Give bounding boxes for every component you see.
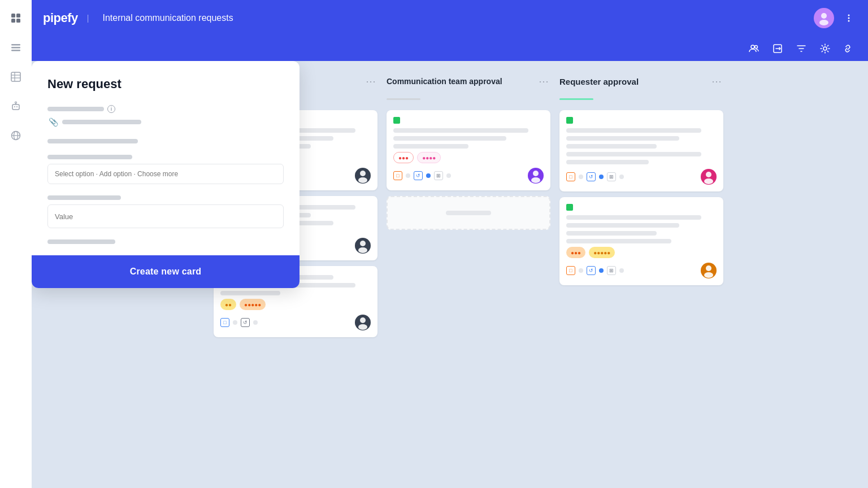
svg-point-35 xyxy=(358,324,367,330)
svg-point-31 xyxy=(358,177,367,183)
column-title-requester: Requester approval xyxy=(559,77,705,86)
column-more-comm[interactable]: ⋯ xyxy=(537,75,550,88)
svg-rect-3 xyxy=(16,19,20,23)
card-4-footer: □ ↺ xyxy=(220,315,371,330)
create-card-button[interactable]: Create new card xyxy=(32,255,300,288)
svg-rect-6 xyxy=(11,50,20,51)
new-request-form: New request i 📎 xyxy=(32,61,300,288)
svg-point-24 xyxy=(751,45,754,49)
card-8[interactable]: ●●● ●●●●● □ ↺ ⊞ xyxy=(559,197,723,285)
card-8-avatar xyxy=(701,263,717,278)
sidebar-icon-table[interactable] xyxy=(7,68,25,86)
card-5-footer: □ ↺ ⊞ xyxy=(393,168,544,184)
svg-point-21 xyxy=(848,15,850,16)
card-3-avatar xyxy=(355,238,371,254)
sidebar-icon-grid[interactable] xyxy=(7,9,25,27)
svg-point-30 xyxy=(360,171,366,176)
svg-rect-2 xyxy=(11,19,15,23)
attach-icon: 📎 xyxy=(47,116,59,128)
user-avatar[interactable] xyxy=(814,8,834,28)
export-icon[interactable] xyxy=(770,41,785,56)
svg-point-37 xyxy=(531,177,540,183)
form-field-4 xyxy=(47,195,284,228)
main-area: pipefy | Internal communication requests xyxy=(32,0,868,488)
column-requester-approval: Requester approval ⋯ □ ↺ xyxy=(559,72,723,477)
form-text-input[interactable] xyxy=(47,204,284,228)
svg-rect-13 xyxy=(16,106,18,107)
svg-rect-1 xyxy=(16,14,20,18)
column-indicator-comm xyxy=(387,98,420,100)
form-body: New request i 📎 xyxy=(32,61,300,255)
sidebar-icon-robot[interactable] xyxy=(7,97,25,115)
svg-rect-5 xyxy=(11,47,20,49)
column-more-ux[interactable]: ⋯ xyxy=(364,75,377,88)
column-header-comm: Communication team approval ⋯ xyxy=(387,72,550,93)
form-field-3 xyxy=(47,155,284,184)
svg-point-27 xyxy=(823,47,827,50)
svg-rect-0 xyxy=(11,14,15,18)
svg-rect-4 xyxy=(11,44,20,46)
svg-point-20 xyxy=(819,20,828,25)
svg-point-36 xyxy=(533,171,539,176)
svg-rect-7 xyxy=(11,72,20,81)
logo-text: pipefy xyxy=(43,11,78,25)
sidebar xyxy=(0,0,32,488)
column-more-requester[interactable]: ⋯ xyxy=(710,75,723,88)
svg-point-32 xyxy=(360,241,366,246)
settings-icon[interactable] xyxy=(817,41,833,56)
card-2-avatar xyxy=(355,168,371,184)
svg-point-39 xyxy=(704,178,713,184)
card-4-avatar xyxy=(355,315,371,330)
svg-rect-11 xyxy=(12,104,19,110)
form-field-1: i 📎 xyxy=(47,105,284,128)
form-title: New request xyxy=(47,77,284,91)
card-7-footer: □ ↺ ⊞ xyxy=(566,169,717,185)
card-5[interactable]: ●●● ●●●● □ ↺ ⊞ xyxy=(387,110,550,190)
empty-card-comm xyxy=(387,196,550,230)
svg-point-34 xyxy=(360,317,366,323)
svg-rect-12 xyxy=(14,106,15,107)
header-actions xyxy=(814,8,857,28)
column-header-requester: Requester approval ⋯ xyxy=(559,72,723,93)
card-7[interactable]: □ ↺ ⊞ xyxy=(559,110,723,191)
column-indicator-requester xyxy=(559,98,593,100)
link-icon[interactable] xyxy=(841,41,857,56)
svg-point-19 xyxy=(821,13,827,19)
svg-point-33 xyxy=(358,247,367,253)
header: pipefy | Internal communication requests xyxy=(32,0,868,36)
card-8-footer: □ ↺ ⊞ xyxy=(566,263,717,278)
header-more-icon[interactable] xyxy=(841,10,857,26)
svg-point-23 xyxy=(848,20,850,22)
sub-toolbar xyxy=(32,36,868,61)
svg-point-40 xyxy=(706,265,711,271)
logo: pipefy xyxy=(43,11,78,25)
svg-point-15 xyxy=(15,102,17,103)
form-more-fields xyxy=(47,239,115,244)
sidebar-icon-list[interactable] xyxy=(7,38,25,56)
sidebar-icon-globe[interactable] xyxy=(7,127,25,145)
page-title: Internal communication requests xyxy=(102,13,233,23)
svg-point-38 xyxy=(706,172,711,177)
people-icon[interactable] xyxy=(746,41,762,56)
svg-point-22 xyxy=(848,18,850,19)
svg-point-25 xyxy=(755,46,758,49)
card-7-avatar xyxy=(701,169,717,185)
form-select-input[interactable] xyxy=(47,164,284,184)
column-comm-approval: Communication team approval ⋯ ●●● ●●●● xyxy=(387,72,550,477)
filter-icon[interactable] xyxy=(793,41,809,56)
card-5-avatar xyxy=(528,168,544,184)
kanban-board: New requests + ⋯ xyxy=(32,61,868,488)
svg-point-41 xyxy=(704,272,713,278)
info-icon-1: i xyxy=(107,105,115,113)
column-title-comm: Communication team approval xyxy=(387,77,532,86)
form-field-2 xyxy=(47,139,284,143)
